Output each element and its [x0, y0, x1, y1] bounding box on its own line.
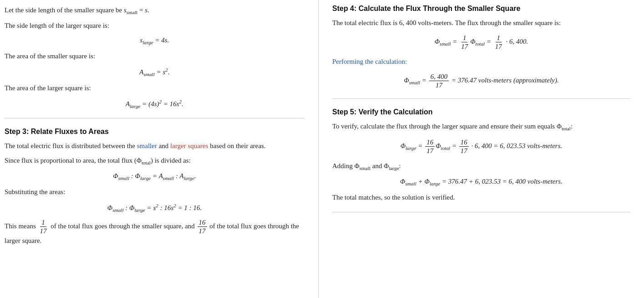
- step3-sub-label: Substituting the areas:: [5, 186, 304, 197]
- formula-sum: Φsmall + Φlarge = 376.47 + 6, 023.53 = 6…: [332, 178, 630, 186]
- step4-performing: Performing the calculation:: [332, 56, 630, 67]
- step5-heading: Step 5: Verify the Calculation: [332, 108, 630, 116]
- formula-phi-result: Φsmall = 6, 40017 = 376.47 volts-meters …: [332, 72, 630, 89]
- right-panel: Step 4: Calculate the Flux Through the S…: [319, 0, 644, 298]
- formula-slarge: slarge = 4s.: [5, 36, 304, 45]
- area-smaller-label: The area of the smaller square is:: [5, 51, 304, 62]
- left-panel: Let the side length of the smaller squar…: [0, 0, 319, 298]
- step3-heading: Step 3: Relate Fluxes to Areas: [5, 128, 304, 136]
- step5-p1: To verify, calculate the flux through th…: [332, 121, 630, 133]
- step5-adding: Adding Φsmall and Φlarge:: [332, 160, 630, 172]
- step4-heading: Step 4: Calculate the Flux Through the S…: [332, 5, 630, 13]
- step3-p1: The total electric flux is distributed b…: [5, 140, 304, 151]
- step5-verified: The total matches, so the solution is ve…: [332, 192, 630, 203]
- step4-p1: The total electric flux is 6, 400 volts-…: [332, 17, 630, 28]
- formula-substituted: Φsmall : Φlarge = s2 : 16s2 = 1 : 16.: [5, 203, 304, 213]
- formula-asmall: Asmall = s2.: [5, 67, 304, 77]
- formula-alarge: Alarge = (4s)2 = 16s2.: [5, 99, 304, 109]
- formula-ratio: Φsmall : Φlarge = Asmall : Alarge.: [5, 172, 304, 181]
- intro-line2: The side length of the larger square is:: [5, 20, 304, 31]
- divider-3: [332, 212, 630, 212]
- step3-means: This means 117 of the total flux goes th…: [5, 218, 304, 246]
- formula-phi-small: Φsmall = 117Φtotal = 117 · 6, 400.: [332, 34, 630, 51]
- divider-1: [5, 118, 304, 118]
- intro-line1: Let the side length of the smaller squar…: [5, 5, 304, 16]
- step3-p2: Since flux is proportional to area, the …: [5, 155, 304, 167]
- divider-2: [332, 98, 630, 99]
- area-larger-label: The area of the larger square is:: [5, 82, 304, 93]
- formula-phi-large: Φlarge = 1617Φtotal = 1617 · 6, 400 = 6,…: [332, 138, 630, 155]
